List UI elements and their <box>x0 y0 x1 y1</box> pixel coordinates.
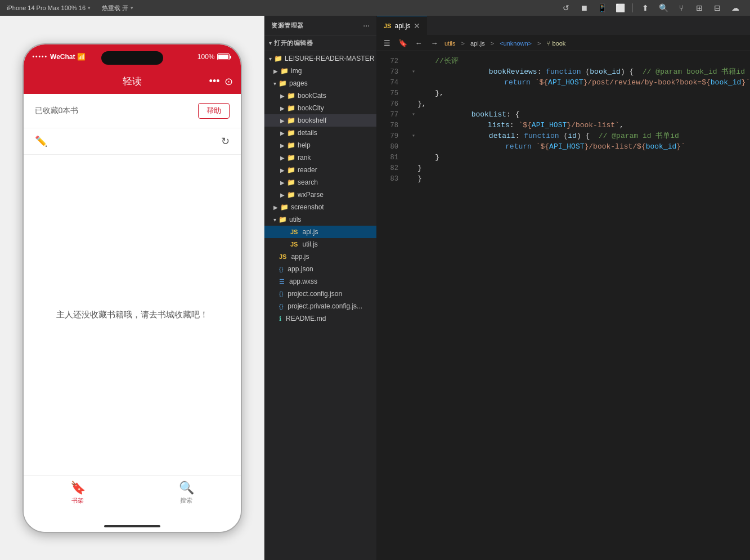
open-editors-header[interactable]: ▾ 打开的编辑器 <box>264 38 376 48</box>
tree-item-search[interactable]: ▶ 📁 search <box>264 176 376 189</box>
breadcrumb-utils: utils <box>444 40 456 47</box>
tree-item-utils[interactable]: ▾ 📁 utils <box>264 213 376 226</box>
tree-item-appjson[interactable]: {} app.json <box>264 263 376 275</box>
tree-item-utiljs[interactable]: JS util.js <box>264 238 376 250</box>
tree-label-details: details <box>298 129 317 137</box>
json-file-icon: {} <box>279 290 283 297</box>
sync-icon[interactable]: ↻ <box>221 135 230 147</box>
search-toolbar-icon[interactable]: 🔍 <box>655 2 671 14</box>
editor-toolbar: ☰ 🔖 ← → utils > api.js > <unknown> > ⑂ b… <box>377 35 750 51</box>
folder-icon: 📁 <box>279 79 287 87</box>
tree-label-pages: pages <box>289 79 308 87</box>
device-selector[interactable]: iPhone 14 Pro Max 100% 16 ▾ <box>7 5 91 11</box>
folder-icon: 📁 <box>287 92 295 100</box>
tree-item-bookcats[interactable]: ▶ 📁 bookCats <box>264 89 376 102</box>
back-icon[interactable]: ← <box>413 38 424 49</box>
search-nav-icon: 🔍 <box>179 481 194 495</box>
tree-label-img: img <box>291 67 302 75</box>
line-num-79: 79 <box>390 131 398 141</box>
code-lines: //长评 ▾ bookReviews: function (book_id) {… <box>405 51 750 560</box>
signal-dots: ••••• <box>33 53 48 60</box>
tree-item-reader[interactable]: ▶ 📁 reader <box>264 164 376 176</box>
line-numbers: 72 73 74 75 76 77 78 79 80 81 82 83 <box>377 51 405 560</box>
tree-label-screenshot: screenshot <box>291 203 324 211</box>
nav-search[interactable]: 🔍 搜索 <box>132 481 241 505</box>
code-content-81: } <box>417 152 439 163</box>
line-num-80: 80 <box>390 141 398 152</box>
chevron-right-icon: ▶ <box>280 118 285 124</box>
root-folder-label: LEISURE-READER-MASTER <box>285 55 374 62</box>
tab-filename: api.js <box>394 22 410 30</box>
bookshelf-actions-bar: ✏️ ↻ <box>24 128 241 155</box>
tree-item-screenshot[interactable]: ▶ 📁 screenshot <box>264 201 376 213</box>
git-icon[interactable]: ⑂ <box>673 2 689 14</box>
tree-item-bookshelf[interactable]: ▶ 📁 bookshelf <box>264 114 376 127</box>
chevron-right-icon: ▾ <box>269 40 272 46</box>
explorer-menu-icon[interactable]: ··· <box>363 21 370 30</box>
chevron-right-icon: ▶ <box>280 180 285 186</box>
tree-item-details[interactable]: ▶ 📁 details <box>264 127 376 139</box>
grid-icon[interactable]: ⊞ <box>691 2 707 14</box>
tablet-icon[interactable]: ⬜ <box>612 2 628 14</box>
help-button[interactable]: 帮助 <box>198 103 230 119</box>
nav-bookshelf[interactable]: 🔖 书架 <box>24 481 132 505</box>
tree-item-pages[interactable]: ▾ 📁 pages <box>264 77 376 89</box>
phone-icon[interactable]: 📱 <box>594 2 610 14</box>
chevron-down-icon: ▾ <box>273 80 276 87</box>
collapse-77[interactable]: ▾ <box>410 109 417 120</box>
tree-item-appjs[interactable]: JS app.js <box>264 250 376 263</box>
tree-item-wxparse[interactable]: ▶ 📁 wxParse <box>264 189 376 201</box>
bookmark-editor-icon[interactable]: 🔖 <box>397 38 408 49</box>
more-icon[interactable]: ••• <box>209 75 220 87</box>
table-icon[interactable]: ⊟ <box>709 2 725 14</box>
chevron-right-icon: ▶ <box>280 167 285 173</box>
refresh-icon[interactable]: ↺ <box>558 2 574 14</box>
hamburger-icon[interactable]: ☰ <box>381 38 393 49</box>
tab-close-button[interactable]: ✕ <box>414 22 420 30</box>
editor-tab-apijs[interactable]: JS api.js ✕ <box>377 16 427 35</box>
dynamic-island <box>101 51 163 65</box>
breadcrumb-unknown: <unknown> <box>500 40 532 47</box>
js-file-icon: JS <box>290 229 298 235</box>
tree-item-projectconfig[interactable]: {} project.config.json <box>264 288 376 300</box>
battery-icon <box>217 53 230 60</box>
reload-selector[interactable]: 热重载 开 ▾ <box>102 4 133 12</box>
phone-content: 已收藏0本书 帮助 ✏️ ↻ 主人还没收藏书籍哦，请去书城收藏吧！ <box>24 94 241 476</box>
tree-label-projectconfig: project.config.json <box>288 290 342 298</box>
tree-item-help[interactable]: ▶ 📁 help <box>264 139 376 151</box>
chevron-down-icon: ▾ <box>131 5 133 11</box>
tree-item-appwxss[interactable]: ☰ app.wxss <box>264 275 376 288</box>
tree-item-rank[interactable]: ▶ 📁 rank <box>264 151 376 164</box>
line-num-77: 77 <box>390 109 398 120</box>
search-nav-label: 搜索 <box>180 496 192 505</box>
line-num-78: 78 <box>390 120 398 131</box>
open-editors-section: ▾ 打开的编辑器 <box>264 35 376 51</box>
tree-item-projectprivate[interactable]: {} project.private.config.js... <box>264 300 376 312</box>
tree-label-bookcats: bookCats <box>298 92 326 100</box>
tab-file-icon: JS <box>384 23 391 29</box>
cloud-icon[interactable]: ☁ <box>727 2 743 14</box>
tree-item-img[interactable]: ▶ 📁 img <box>264 65 376 77</box>
collapse-79[interactable]: ▾ <box>410 131 417 141</box>
folder-icon: 📁 <box>287 141 295 149</box>
tree-item-readme[interactable]: ℹ README.md <box>264 312 376 325</box>
folder-icon: 📁 <box>287 154 295 162</box>
phone-status-bar: ••••• WeChat 📶 100% <box>24 44 241 69</box>
code-content-75: }, <box>417 88 444 98</box>
tree-item-apijs[interactable]: JS api.js <box>264 226 376 238</box>
target-icon[interactable]: ⊙ <box>224 75 233 88</box>
line-num-75: 75 <box>390 88 398 98</box>
stop-icon[interactable]: ⏹ <box>576 2 592 14</box>
code-content-74: return `${API_HOST}/post/review/by-book?… <box>416 66 750 98</box>
chevron-down-icon: ▾ <box>273 217 276 223</box>
signal-status: ••••• WeChat 📶 <box>33 53 86 61</box>
line-num-81: 81 <box>390 152 398 163</box>
root-folder[interactable]: ▾ 📁 LEISURE-READER-MASTER <box>264 52 376 65</box>
code-content-83: } <box>417 173 422 184</box>
forward-icon[interactable]: → <box>429 38 440 49</box>
battery-fill <box>218 55 228 59</box>
tree-item-bookcity[interactable]: ▶ 📁 bookCity <box>264 102 376 114</box>
folder-icon: 📁 <box>287 104 295 112</box>
upload-icon[interactable]: ⬆ <box>637 2 653 14</box>
edit-icon[interactable]: ✏️ <box>35 135 47 147</box>
